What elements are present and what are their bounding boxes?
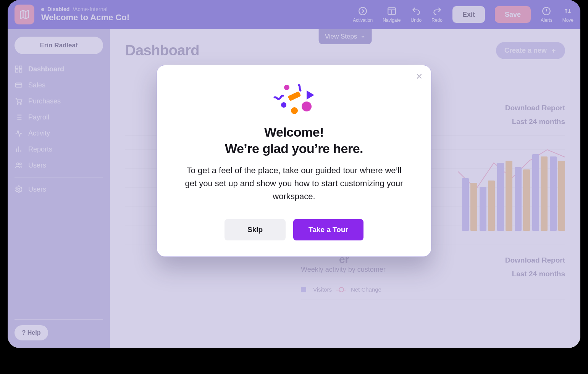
modal-overlay: Welcome! We’re glad you’re here. To get …	[8, 0, 580, 348]
close-button[interactable]	[415, 72, 423, 82]
modal-actions: Skip Take a Tour	[176, 219, 412, 240]
modal-body: To get a feel of the place, take our gui…	[176, 164, 412, 203]
app-window: Disabled /Acme-Internal Welcome to Acme …	[8, 0, 580, 348]
confetti-icon	[176, 83, 412, 117]
welcome-modal: Welcome! We’re glad you’re here. To get …	[157, 65, 431, 257]
close-icon	[415, 72, 423, 81]
svg-point-17	[302, 102, 312, 111]
take-tour-button[interactable]: Take a Tour	[293, 219, 363, 240]
skip-button[interactable]: Skip	[225, 219, 286, 240]
svg-point-16	[291, 107, 298, 114]
svg-rect-14	[288, 91, 301, 101]
svg-point-13	[284, 85, 289, 90]
modal-heading: Welcome! We’re glad you’re here.	[176, 124, 412, 156]
svg-point-15	[281, 102, 286, 108]
